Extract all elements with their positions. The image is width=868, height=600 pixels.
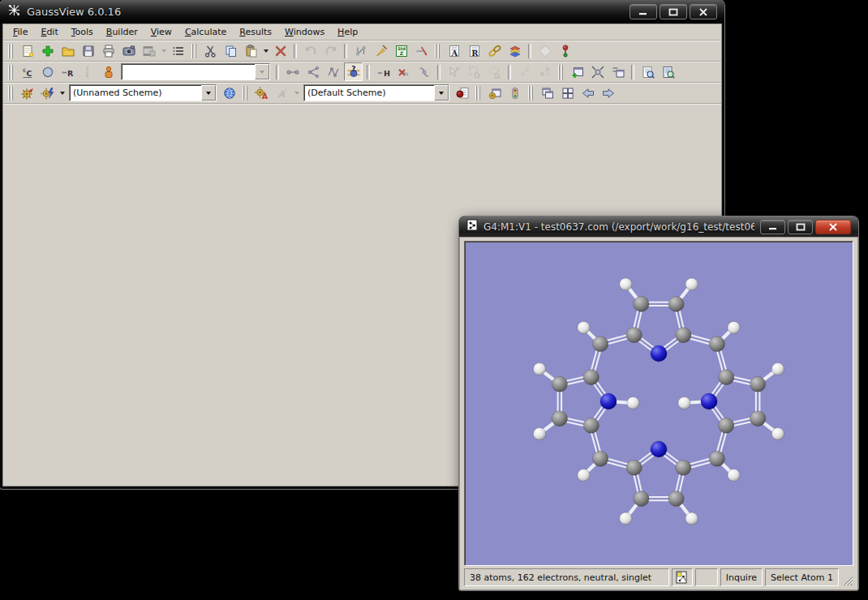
atom-C[interactable] bbox=[719, 418, 734, 433]
atom-N[interactable] bbox=[701, 393, 717, 409]
menu-help[interactable]: Help bbox=[331, 25, 364, 39]
atom-C[interactable] bbox=[626, 460, 642, 475]
atom-C[interactable] bbox=[750, 376, 765, 392]
bond-tool-icon[interactable] bbox=[283, 62, 302, 81]
display-format-icon[interactable]: A bbox=[252, 84, 271, 102]
highlight-atoms-icon[interactable] bbox=[515, 62, 534, 81]
add-valence-icon[interactable]: H bbox=[374, 62, 393, 81]
close-button[interactable] bbox=[690, 4, 717, 19]
atom-C[interactable] bbox=[719, 370, 734, 385]
open-file-icon[interactable] bbox=[58, 41, 77, 60]
atom-C[interactable] bbox=[709, 336, 724, 352]
atom-H[interactable] bbox=[533, 428, 545, 440]
toolbar-grip[interactable] bbox=[435, 44, 440, 58]
toolbar-grip[interactable] bbox=[243, 86, 248, 101]
menu-tools[interactable]: Tools bbox=[65, 25, 100, 39]
menu-windows[interactable]: Windows bbox=[278, 25, 331, 39]
atom-C[interactable] bbox=[750, 411, 765, 426]
display-scheme-combobox-dropdown-arrow[interactable] bbox=[434, 85, 449, 101]
delete-icon[interactable] bbox=[271, 41, 290, 60]
atom-C[interactable] bbox=[592, 336, 608, 352]
select-tool-icon[interactable] bbox=[445, 62, 463, 81]
point-group-icon[interactable] bbox=[535, 41, 554, 60]
atom-C[interactable] bbox=[668, 296, 684, 311]
molecule-window-titlebar[interactable]: G4:M1:V1 - test0637.com (/export/work/g1… bbox=[459, 216, 858, 237]
atom-H[interactable] bbox=[620, 512, 632, 525]
atom-H[interactable] bbox=[578, 322, 590, 334]
connection-editor-icon[interactable] bbox=[485, 41, 504, 60]
paste-icon-dropdown[interactable] bbox=[262, 42, 269, 59]
toolbar-grip[interactable] bbox=[191, 44, 197, 58]
add-view-icon[interactable] bbox=[568, 62, 587, 81]
edit-fragment-icon[interactable] bbox=[351, 41, 370, 60]
fragment-combobox[interactable] bbox=[121, 63, 270, 80]
toolbar-grip[interactable] bbox=[8, 44, 14, 58]
cascade-windows-icon[interactable] bbox=[538, 84, 556, 102]
menu-view[interactable]: View bbox=[144, 25, 178, 39]
molecule-minimize-button[interactable] bbox=[760, 220, 785, 234]
print-icon[interactable] bbox=[99, 41, 118, 60]
paste-icon[interactable] bbox=[242, 41, 260, 60]
redundant-coord-icon[interactable]: R bbox=[465, 41, 483, 60]
atom-H[interactable] bbox=[728, 469, 740, 482]
atom-C[interactable] bbox=[709, 451, 724, 466]
view-list-icon[interactable] bbox=[608, 62, 627, 81]
preferences-icon[interactable] bbox=[485, 84, 504, 102]
text-format-icon-dropdown[interactable] bbox=[293, 84, 300, 101]
atom-H[interactable] bbox=[533, 363, 545, 375]
marquee-select-icon[interactable] bbox=[465, 62, 483, 81]
copy-icon[interactable] bbox=[221, 41, 240, 60]
redo-icon[interactable] bbox=[321, 41, 340, 60]
atom-C[interactable] bbox=[552, 411, 567, 426]
atom-C[interactable] bbox=[668, 491, 684, 507]
text-format-icon[interactable]: A bbox=[273, 84, 291, 102]
atom-C[interactable] bbox=[676, 460, 691, 475]
movie-icon-dropdown[interactable] bbox=[160, 42, 167, 59]
new-molecule-icon[interactable] bbox=[18, 41, 37, 60]
fragment-placement-icon[interactable] bbox=[672, 568, 693, 586]
tile-windows-icon[interactable] bbox=[558, 84, 577, 102]
query-results-icon[interactable] bbox=[659, 62, 677, 81]
custom-fragment-icon[interactable] bbox=[99, 62, 118, 81]
next-view-icon[interactable] bbox=[599, 84, 617, 102]
rebond-icon[interactable] bbox=[412, 41, 431, 60]
layers-icon[interactable] bbox=[505, 41, 524, 60]
calc-scheme-combobox[interactable]: (Unnamed Scheme) bbox=[69, 84, 217, 101]
cut-icon[interactable] bbox=[201, 41, 220, 60]
atom-C[interactable] bbox=[592, 451, 608, 466]
lasso-select-icon[interactable] bbox=[485, 62, 504, 81]
toolbar-grip[interactable] bbox=[528, 86, 534, 101]
save-file-icon[interactable] bbox=[79, 41, 97, 60]
quick-calculate-icon[interactable] bbox=[18, 84, 37, 102]
atom-H[interactable] bbox=[771, 363, 784, 375]
atom-C[interactable] bbox=[634, 491, 649, 507]
calculate-scheme-icon[interactable] bbox=[38, 84, 57, 102]
std-zmatrix-icon[interactable]: StdZ bbox=[392, 41, 410, 60]
atom-H[interactable] bbox=[771, 428, 784, 440]
atom-H[interactable] bbox=[678, 397, 690, 409]
calculate-scheme-icon-dropdown[interactable] bbox=[58, 84, 66, 101]
resize-grip[interactable] bbox=[841, 568, 853, 586]
movie-icon[interactable] bbox=[140, 41, 158, 60]
menu-results[interactable]: Results bbox=[233, 25, 278, 39]
file-list-icon[interactable] bbox=[169, 41, 187, 60]
stop-job-icon[interactable] bbox=[453, 84, 471, 102]
inquire-atom-icon[interactable]: ? bbox=[344, 62, 363, 81]
center-view-icon[interactable] bbox=[588, 62, 607, 81]
biological-fragment-icon[interactable] bbox=[79, 62, 97, 81]
capture-image-icon[interactable] bbox=[119, 41, 138, 60]
molecule-maximize-button[interactable] bbox=[788, 220, 813, 234]
select-atom-button[interactable]: Select Atom 1 bbox=[765, 568, 839, 586]
atom-H[interactable] bbox=[627, 397, 639, 409]
atom-C[interactable] bbox=[583, 418, 599, 433]
menu-file[interactable]: File bbox=[6, 25, 34, 39]
atom-N[interactable] bbox=[600, 393, 617, 409]
fragment-combobox-dropdown-arrow[interactable] bbox=[255, 64, 269, 79]
inquire-button[interactable]: Inquire bbox=[720, 568, 763, 586]
dihedral-tool-icon[interactable] bbox=[324, 62, 342, 81]
undo-icon[interactable] bbox=[301, 41, 320, 60]
toolbar-grip[interactable] bbox=[475, 86, 481, 101]
maximize-button[interactable] bbox=[660, 4, 687, 19]
menu-calculate[interactable]: Calculate bbox=[178, 25, 233, 39]
toolbar-grip[interactable] bbox=[8, 65, 14, 79]
